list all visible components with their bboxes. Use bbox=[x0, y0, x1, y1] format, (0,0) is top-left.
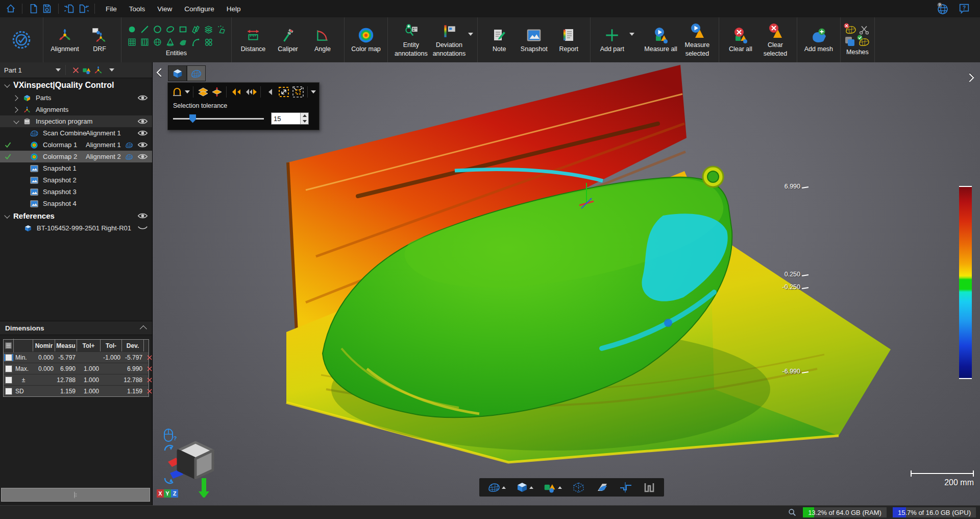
note-button[interactable]: Note bbox=[482, 25, 517, 55]
measure-selected-button[interactable]: Measure selected bbox=[680, 20, 715, 60]
tree-item-scan-combine[interactable]: Scan Combine Alignment 1 bbox=[0, 127, 152, 139]
slider-handle[interactable] bbox=[189, 114, 196, 123]
quality-control-badge-button[interactable] bbox=[4, 29, 39, 51]
entity-plane-icon[interactable] bbox=[189, 23, 202, 36]
histogram-button[interactable] bbox=[643, 481, 656, 493]
dev-column-header[interactable]: Dev. bbox=[122, 340, 144, 351]
part-selector-dropdown-icon[interactable] bbox=[56, 68, 61, 72]
online-help-globe-icon[interactable] bbox=[936, 3, 949, 15]
tol-plus-column-header[interactable]: Tol+ bbox=[77, 340, 101, 351]
more-tools-dropdown-icon[interactable] bbox=[311, 90, 316, 93]
navigation-cube[interactable] bbox=[171, 442, 215, 486]
menu-view[interactable]: View bbox=[151, 2, 178, 16]
name-column-header[interactable] bbox=[14, 340, 33, 351]
bounding-box-button[interactable] bbox=[572, 481, 585, 494]
color-map-button[interactable]: Color map bbox=[349, 25, 383, 55]
tree-root-vxinspect[interactable]: VXinspect|Quality Control bbox=[0, 78, 152, 92]
select-through-icon[interactable] bbox=[197, 85, 209, 99]
dome-selection-icon[interactable] bbox=[171, 85, 183, 99]
alignment-filter-icon[interactable] bbox=[93, 65, 104, 75]
caliper-button[interactable]: Caliper bbox=[271, 25, 305, 55]
entities-filter-icon[interactable] bbox=[82, 65, 93, 75]
visibility-eye-icon[interactable] bbox=[137, 94, 148, 102]
table-row-min[interactable]: Min. 0.000 -5.797 -1.000 -5.797 bbox=[4, 351, 149, 363]
entities-display-button[interactable] bbox=[544, 481, 562, 494]
row-checkbox[interactable] bbox=[5, 365, 12, 372]
part-selector[interactable]: Part 1 bbox=[4, 66, 22, 74]
entity-point-cloud-icon[interactable] bbox=[215, 23, 227, 36]
collapse-icon[interactable] bbox=[13, 107, 19, 113]
expand-icon[interactable] bbox=[4, 213, 10, 219]
undo-selection-icon[interactable] bbox=[230, 85, 242, 99]
tree-item-snapshot-3[interactable]: Snapshot 3 bbox=[0, 186, 152, 198]
delete-measures-icon[interactable] bbox=[70, 65, 82, 75]
clear-all-button[interactable]: Clear all bbox=[723, 25, 758, 55]
redo-selection-icon[interactable] bbox=[244, 85, 257, 99]
tree-item-alignments[interactable]: Alignments bbox=[0, 104, 152, 115]
solid-display-button[interactable] bbox=[516, 481, 533, 493]
dropdown-up-icon[interactable] bbox=[529, 486, 533, 489]
home-icon[interactable] bbox=[4, 3, 17, 15]
menu-file[interactable]: File bbox=[100, 2, 123, 16]
tree-item-snapshot-4[interactable]: Snapshot 4 bbox=[0, 198, 152, 209]
shrink-selection-icon[interactable] bbox=[292, 85, 304, 99]
entity-cone-icon[interactable] bbox=[164, 36, 176, 49]
merge-mesh-icon[interactable] bbox=[845, 36, 857, 48]
cross-section-button[interactable] bbox=[619, 481, 632, 493]
tree-item-snapshot-1[interactable]: Snapshot 1 bbox=[0, 162, 152, 174]
measure-all-button[interactable]: Measure all bbox=[642, 25, 680, 55]
expand-icon[interactable] bbox=[4, 82, 10, 88]
select-visible-icon[interactable] bbox=[211, 85, 223, 99]
spin-up-icon[interactable] bbox=[301, 113, 308, 119]
measured-column-header[interactable]: Measu bbox=[55, 340, 77, 351]
table-row-sd[interactable]: SD 1.159 1.000 1.159 bbox=[4, 385, 149, 396]
tol-minus-column-header[interactable]: Tol- bbox=[101, 340, 122, 351]
add-part-button[interactable]: Add part bbox=[595, 25, 629, 55]
visibility-eye-icon[interactable] bbox=[137, 141, 148, 149]
tree-item-snapshot-2[interactable]: Snapshot 2 bbox=[0, 174, 152, 186]
visibility-eye-icon[interactable] bbox=[137, 117, 148, 125]
add-mesh-button[interactable]: Add mesh bbox=[801, 25, 836, 55]
dropdown-up-icon[interactable] bbox=[558, 486, 562, 489]
viewport-3d[interactable]: Selection tolerance 6.990 0.250 -0.250 -… bbox=[153, 62, 980, 506]
clear-selected-button[interactable]: Clear selected bbox=[758, 20, 793, 60]
dimensions-panel-header[interactable]: Dimensions bbox=[0, 321, 152, 335]
row-checkbox[interactable] bbox=[5, 376, 12, 384]
tree-item-references[interactable]: References bbox=[0, 209, 152, 222]
deviation-annotations-button[interactable]: Deviation annotations bbox=[430, 20, 469, 60]
row-checkbox[interactable] bbox=[5, 354, 12, 361]
entity-cylinder-icon[interactable] bbox=[138, 36, 151, 49]
visibility-eye-icon[interactable] bbox=[137, 212, 148, 220]
tree-item-reference-part[interactable]: BT-105452-999-2501 Right-R01 bbox=[0, 222, 152, 234]
spin-down-icon[interactable] bbox=[301, 119, 308, 124]
selection-tolerance-slider[interactable] bbox=[173, 118, 264, 120]
import-session-icon[interactable] bbox=[63, 3, 77, 15]
cut-mesh-icon[interactable] bbox=[858, 24, 870, 35]
report-button[interactable]: Report bbox=[551, 25, 586, 55]
save-icon[interactable] bbox=[40, 3, 54, 15]
distance-button[interactable]: Distance bbox=[236, 25, 271, 55]
clipping-plane-button[interactable] bbox=[596, 481, 609, 493]
entity-annotations-button[interactable]: Entity annotations bbox=[392, 20, 430, 60]
tab-solid-view[interactable] bbox=[168, 65, 187, 81]
add-part-dropdown-icon[interactable] bbox=[629, 33, 634, 36]
row-checkbox[interactable] bbox=[5, 388, 12, 395]
tab-mesh-view[interactable] bbox=[187, 65, 206, 81]
menu-configure[interactable]: Configure bbox=[178, 2, 220, 16]
accept-mesh-icon[interactable] bbox=[858, 36, 870, 48]
panel-resize-handle[interactable] bbox=[1, 488, 150, 502]
expand-icon[interactable] bbox=[13, 119, 19, 125]
alignment-button[interactable]: Alignment bbox=[47, 25, 82, 55]
tree-item-parts[interactable]: Parts bbox=[0, 92, 152, 104]
entity-ellipse-icon[interactable] bbox=[164, 23, 176, 36]
entity-surface-icon[interactable] bbox=[177, 36, 189, 49]
selection-mode-dropdown-icon[interactable] bbox=[185, 90, 190, 93]
remove-mesh-icon[interactable] bbox=[845, 24, 857, 35]
visibility-eye-icon[interactable] bbox=[137, 129, 148, 137]
dropdown-up-icon[interactable] bbox=[502, 486, 506, 489]
new-file-icon[interactable] bbox=[27, 3, 40, 15]
entity-pattern-icon[interactable] bbox=[202, 36, 214, 49]
grow-selection-icon[interactable] bbox=[278, 85, 290, 99]
entity-sphere-icon[interactable] bbox=[151, 36, 163, 49]
menu-tools[interactable]: Tools bbox=[123, 2, 152, 16]
